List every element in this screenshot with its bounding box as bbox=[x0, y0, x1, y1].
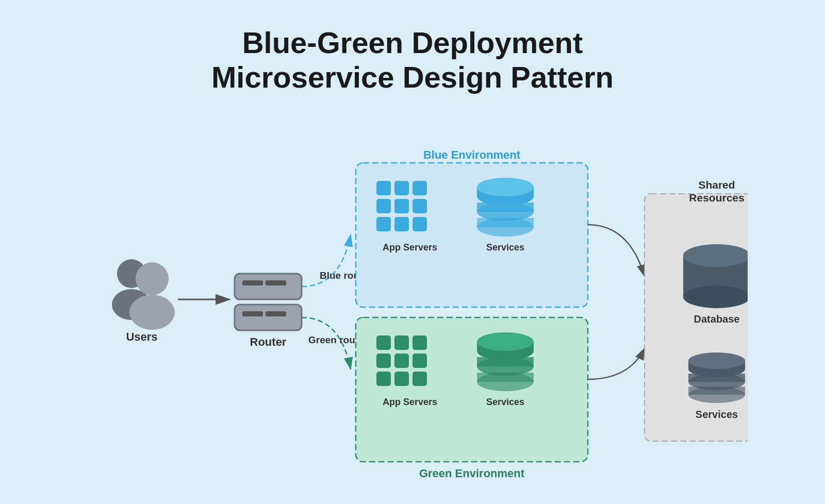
svg-rect-8 bbox=[242, 311, 263, 316]
svg-rect-18 bbox=[412, 217, 427, 231]
blue-env-label: Blue Environment bbox=[423, 148, 521, 161]
svg-rect-17 bbox=[394, 217, 409, 231]
svg-rect-15 bbox=[412, 199, 427, 213]
svg-rect-33 bbox=[394, 372, 409, 386]
router-label: Router bbox=[250, 335, 287, 348]
green-services-icon bbox=[477, 332, 534, 391]
svg-rect-34 bbox=[412, 372, 427, 386]
svg-point-25 bbox=[477, 178, 534, 196]
users-label: Users bbox=[126, 330, 157, 343]
router-icon bbox=[235, 274, 302, 330]
svg-rect-4 bbox=[235, 274, 302, 299]
green-env-label: Green Environment bbox=[419, 467, 525, 480]
svg-rect-16 bbox=[376, 217, 391, 231]
svg-point-44 bbox=[683, 285, 748, 308]
svg-rect-32 bbox=[376, 372, 391, 386]
shared-services-icon bbox=[688, 352, 745, 403]
svg-rect-5 bbox=[242, 280, 263, 285]
page-title: Blue-Green Deployment Microservice Desig… bbox=[211, 26, 614, 94]
svg-rect-28 bbox=[412, 335, 427, 350]
svg-point-41 bbox=[477, 332, 534, 351]
database-icon bbox=[683, 244, 748, 308]
blue-app-servers-label: App Servers bbox=[383, 242, 437, 253]
users-icon bbox=[112, 259, 175, 330]
shared-resources-label: Shared bbox=[698, 179, 735, 191]
blue-to-shared-arrow bbox=[588, 225, 645, 276]
svg-rect-26 bbox=[376, 335, 391, 350]
shared-resources-label2: Resources bbox=[689, 192, 744, 204]
svg-point-52 bbox=[688, 352, 745, 369]
green-services-label: Services bbox=[486, 397, 524, 407]
diagram-svg: Users Router Blue route Green route Blue… bbox=[77, 122, 748, 493]
green-app-servers-icon bbox=[376, 335, 427, 386]
svg-rect-11 bbox=[394, 181, 409, 195]
green-to-shared-arrow bbox=[588, 348, 645, 379]
svg-rect-31 bbox=[412, 354, 427, 368]
blue-services-label: Services bbox=[486, 242, 524, 253]
svg-rect-30 bbox=[394, 354, 409, 368]
svg-rect-7 bbox=[235, 305, 302, 330]
blue-app-servers-icon bbox=[376, 181, 427, 231]
svg-rect-13 bbox=[376, 199, 391, 213]
svg-point-2 bbox=[136, 262, 169, 295]
svg-rect-12 bbox=[412, 181, 427, 195]
green-app-servers-label: App Servers bbox=[383, 397, 437, 407]
shared-services-label: Services bbox=[696, 409, 738, 420]
svg-rect-14 bbox=[394, 199, 409, 213]
blue-services-icon bbox=[477, 178, 534, 237]
svg-rect-27 bbox=[394, 335, 409, 350]
svg-rect-29 bbox=[376, 354, 391, 368]
svg-point-3 bbox=[129, 295, 175, 330]
diagram-area: Users Router Blue route Green route Blue… bbox=[0, 110, 825, 504]
database-label: Database bbox=[694, 313, 740, 325]
svg-rect-9 bbox=[266, 311, 286, 316]
svg-point-45 bbox=[683, 244, 748, 267]
svg-rect-10 bbox=[376, 181, 391, 195]
svg-rect-6 bbox=[266, 280, 286, 285]
